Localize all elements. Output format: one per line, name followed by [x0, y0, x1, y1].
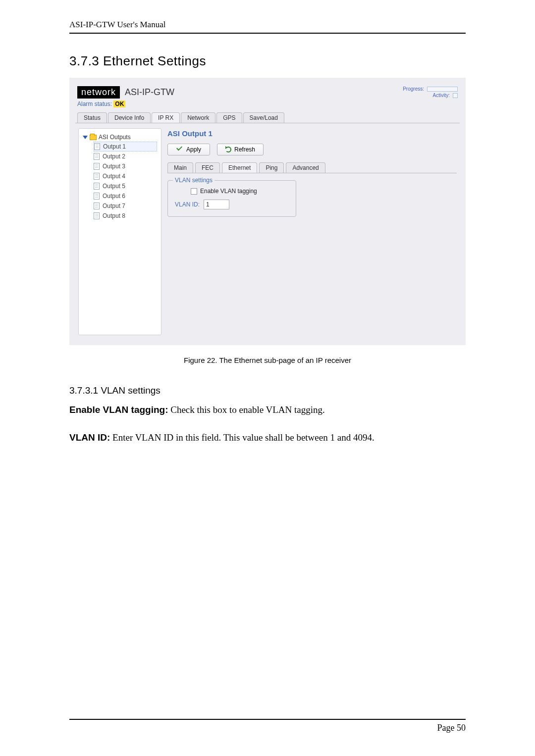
para2-label: VLAN ID: [69, 432, 110, 443]
tree-item-output-8[interactable]: Output 8 [94, 211, 157, 221]
progress-bar [427, 87, 458, 92]
tree-children: Output 1 Output 2 Output 3 Output 4 [83, 142, 157, 221]
page-footer: Page 50 [69, 719, 466, 733]
vlan-id-input[interactable] [204, 200, 229, 209]
folder-icon [90, 135, 97, 140]
brand-logo: network [77, 86, 120, 99]
tree-item-output-5[interactable]: Output 5 [94, 181, 157, 191]
vlan-settings-legend: VLAN settings [173, 177, 214, 184]
content-title: ASI Output 1 [167, 129, 457, 138]
alarm-prefix: Alarm status: [77, 101, 113, 107]
content-panel: ASI Output 1 Apply Refresh Main FEC Ethe… [167, 128, 457, 217]
tab-body: ASI Outputs Output 1 Output 2 Output 3 [75, 123, 460, 337]
enable-vlan-label: Enable VLAN tagging [200, 188, 257, 195]
tree-item-output-6[interactable]: Output 6 [94, 191, 157, 201]
app-topbar: network ASI-IP-GTW Progress: Activity: [75, 83, 460, 100]
inner-tab-fec[interactable]: FEC [195, 162, 220, 173]
main-tabs: Status Device Info IP RX Network GPS Sav… [75, 112, 460, 123]
inner-tab-main[interactable]: Main [167, 162, 193, 173]
para1-rest: Check this box to enable VLAN tagging. [168, 404, 325, 415]
paragraph-enable-vlan: Enable VLAN tagging: Check this box to e… [69, 403, 466, 417]
tab-save-load[interactable]: Save/Load [243, 112, 284, 123]
page-icon [94, 143, 100, 150]
sidebar-tree: ASI Outputs Output 1 Output 2 Output 3 [78, 128, 161, 335]
alarm-status: Alarm status: OK [75, 100, 460, 112]
tree-item-label: Output 1 [103, 143, 126, 150]
tree-item-output-4[interactable]: Output 4 [94, 171, 157, 181]
tree-item-label: Output 2 [103, 153, 125, 160]
tree-item-label: Output 4 [103, 173, 125, 180]
tree-item-label: Output 8 [103, 212, 125, 219]
enable-vlan-checkbox[interactable] [191, 188, 197, 195]
refresh-icon [225, 147, 231, 152]
page-icon [94, 202, 100, 209]
app-window: network ASI-IP-GTW Progress: Activity: A… [69, 78, 466, 345]
tree-item-output-2[interactable]: Output 2 [94, 151, 157, 161]
tree-item-output-7[interactable]: Output 7 [94, 201, 157, 211]
activity-label: Activity: [433, 92, 450, 99]
alarm-badge: OK [113, 101, 125, 107]
apply-button-label: Apply [186, 146, 201, 153]
vlan-settings-group: VLAN settings Enable VLAN tagging VLAN I… [167, 180, 296, 217]
tree-item-output-3[interactable]: Output 3 [94, 161, 157, 171]
page-icon [94, 212, 100, 219]
refresh-button[interactable]: Refresh [217, 144, 264, 155]
subsection-heading: 3.7.3.1 VLAN settings [69, 385, 466, 396]
page-icon [94, 193, 100, 200]
collapse-icon [83, 136, 88, 139]
tree-item-label: Output 6 [103, 193, 125, 200]
section-heading: 3.7.3 Ethernet Settings [69, 53, 466, 69]
tab-network[interactable]: Network [181, 112, 215, 123]
tree-item-output-1[interactable]: Output 1 [94, 142, 157, 151]
tab-device-info[interactable]: Device Info [108, 112, 151, 123]
tree-item-label: Output 7 [103, 202, 125, 209]
button-row: Apply Refresh [167, 144, 457, 155]
inner-tabs: Main FEC Ethernet Ping Advanced [167, 162, 457, 173]
para2-rest: Enter VLAN ID in this field. This value … [110, 432, 374, 443]
figure-caption: Figure 22. The Ethernet sub-page of an I… [69, 356, 466, 364]
brand-name: ASI-IP-GTW [125, 87, 174, 98]
tree-item-label: Output 3 [103, 163, 125, 170]
apply-button[interactable]: Apply [167, 144, 210, 155]
progress-activity-block: Progress: Activity: [403, 86, 458, 99]
progress-label: Progress: [403, 86, 424, 92]
inner-tab-advanced[interactable]: Advanced [286, 162, 325, 173]
page-icon [94, 183, 100, 190]
tab-status[interactable]: Status [77, 112, 107, 123]
enable-vlan-row: Enable VLAN tagging [191, 188, 289, 195]
tree-root[interactable]: ASI Outputs [83, 133, 157, 142]
activity-indicator-icon [453, 93, 458, 98]
check-icon [176, 147, 183, 152]
page-icon [94, 173, 100, 180]
paragraph-vlan-id: VLAN ID: Enter VLAN ID in this field. Th… [69, 431, 466, 445]
page-icon [94, 153, 100, 160]
page-icon [94, 163, 100, 170]
vlan-id-row: VLAN ID: [175, 200, 289, 209]
refresh-button-label: Refresh [234, 146, 255, 153]
tab-gps[interactable]: GPS [216, 112, 242, 123]
tree-item-label: Output 5 [103, 183, 125, 190]
para1-label: Enable VLAN tagging: [69, 404, 168, 415]
inner-tab-ethernet[interactable]: Ethernet [222, 162, 257, 173]
tree-root-label: ASI Outputs [99, 134, 131, 141]
inner-tab-ping[interactable]: Ping [259, 162, 284, 173]
progress-row: Progress: [403, 86, 458, 92]
brand: network ASI-IP-GTW [77, 86, 174, 99]
vlan-id-label: VLAN ID: [175, 201, 200, 208]
tab-ip-rx[interactable]: IP RX [152, 112, 180, 123]
activity-row: Activity: [403, 92, 458, 99]
page-header: ASI-IP-GTW User's Manual [69, 20, 466, 34]
